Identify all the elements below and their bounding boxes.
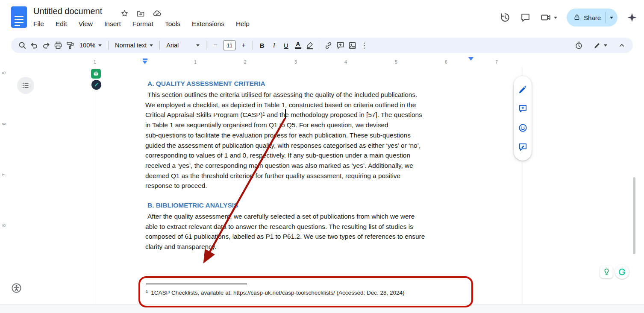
insert-link-button[interactable]	[322, 39, 334, 51]
divider	[159, 41, 160, 50]
document-title[interactable]: Untitled document	[33, 6, 102, 16]
add-comment-icon[interactable]	[516, 102, 529, 114]
share-options-caret[interactable]	[610, 17, 613, 19]
divider	[108, 41, 109, 50]
ruler-number: 7	[495, 59, 498, 64]
paragraph-b: After the quality assessment, we careful…	[145, 211, 425, 252]
underline-button[interactable]: U	[280, 39, 292, 51]
font-value: Arial	[166, 42, 179, 49]
decrease-font-size-button[interactable]: −	[209, 39, 221, 51]
ruler-number: 4	[344, 59, 347, 64]
add-comment-button[interactable]	[334, 39, 346, 51]
logo-line	[15, 22, 24, 23]
chevron-down-icon	[150, 44, 153, 47]
ruler-number: 3	[294, 59, 297, 64]
google-docs-app: Untitled document File Edit View Insert …	[0, 0, 644, 313]
redo-button[interactable]	[40, 39, 52, 51]
print-button[interactable]	[52, 39, 64, 51]
divider	[253, 41, 253, 50]
document-outline-button[interactable]	[17, 77, 34, 94]
casp-post: and the methodology proposed in [57]. Th…	[265, 111, 422, 118]
menu-edit[interactable]: Edit	[55, 19, 68, 29]
video-call-icon	[540, 12, 551, 23]
text-color-button[interactable]: A	[292, 39, 304, 51]
menu-bar: File Edit View Insert Format Tools Exten…	[32, 19, 250, 29]
zoom-value: 100%	[79, 42, 95, 49]
left-indent-marker[interactable]	[142, 59, 147, 64]
video-call-control[interactable]	[540, 12, 557, 23]
insert-image-button[interactable]	[346, 39, 358, 51]
extension-quill-icon[interactable]	[91, 80, 101, 90]
help-me-write-icon[interactable]	[516, 83, 529, 95]
menu-tools[interactable]: Tools	[164, 19, 181, 29]
text-color-swatch	[295, 47, 301, 49]
page-left-edge	[95, 67, 95, 304]
first-line-indent-marker[interactable]	[143, 59, 147, 60]
accessibility-icon[interactable]	[11, 282, 22, 294]
footnote: 11CASP Checklists, available at: https:/…	[146, 290, 405, 296]
emoji-react-icon[interactable]	[516, 122, 529, 134]
page-gap	[0, 304, 644, 313]
star-icon[interactable]	[121, 9, 129, 18]
share-label: Share	[584, 14, 601, 21]
menu-file[interactable]: File	[32, 19, 45, 29]
feedback-icon[interactable]	[516, 141, 529, 153]
collapse-toolbar-button[interactable]	[616, 39, 628, 51]
quick-actions-panel	[514, 76, 532, 161]
chevron-down-icon	[196, 44, 200, 47]
bulb-extension-icon[interactable]	[600, 266, 613, 278]
timer-icon[interactable]	[573, 39, 585, 51]
footnote-text: 1CASP Checklists, available at: https://…	[151, 290, 404, 296]
google-docs-logo[interactable]	[11, 6, 27, 28]
text-line: in Table 1 are sequentially organised fr…	[145, 120, 422, 130]
ruler-number: 6	[445, 59, 447, 64]
font-select[interactable]: Arial	[163, 39, 203, 51]
highlight-color-button[interactable]	[304, 39, 316, 51]
zoom-select[interactable]: 100%	[76, 39, 105, 51]
divider	[206, 41, 206, 50]
increase-font-size-button[interactable]: +	[238, 39, 250, 51]
text-line: This section outlines the criteria utili…	[145, 90, 422, 100]
section-b-heading: B. BIBLIOMETRIC ANALYSIS	[147, 202, 238, 209]
extension-robot-icon[interactable]	[91, 69, 101, 79]
right-indent-marker[interactable]	[468, 61, 473, 68]
gemini-sparkle-icon[interactable]	[627, 12, 637, 23]
paragraph-a: This section outlines the criteria utili…	[145, 90, 422, 191]
editing-mode-select[interactable]	[593, 39, 607, 51]
menu-format[interactable]: Format	[132, 19, 154, 29]
text-line: corresponding to values of 1 and 0, resp…	[145, 150, 422, 161]
logo-line	[15, 16, 24, 17]
vertical-ruler-number: 6	[1, 121, 6, 127]
comments-icon[interactable]	[520, 12, 531, 23]
move-folder-icon[interactable]	[136, 9, 145, 18]
ruler-number: 1	[94, 59, 96, 64]
grammarly-icon[interactable]	[615, 265, 629, 279]
horizontal-ruler[interactable]: 1 1 2 3 4 5 6 7	[0, 57, 644, 67]
paragraph-style-select[interactable]: Normal text	[112, 39, 156, 51]
vertical-scrollbar[interactable]	[633, 177, 635, 254]
search-menus-button[interactable]	[16, 39, 28, 51]
bold-button[interactable]: B	[256, 39, 268, 51]
lock-icon	[573, 14, 580, 21]
menu-extensions[interactable]: Extensions	[191, 19, 225, 29]
more-tools-button[interactable]: ⋮	[358, 39, 370, 51]
divider	[605, 12, 606, 23]
vertical-ruler-number: 5	[1, 70, 6, 76]
version-history-icon[interactable]	[500, 12, 511, 23]
text-line: received a ‘yes’, the corresponding main…	[145, 161, 422, 171]
cloud-status-icon[interactable]	[153, 9, 162, 18]
font-size-input[interactable]: 11	[223, 40, 236, 50]
divider	[319, 41, 319, 50]
footnote-divider	[146, 284, 247, 284]
italic-button[interactable]: I	[268, 39, 280, 51]
menu-help[interactable]: Help	[235, 19, 250, 29]
paint-format-button[interactable]	[64, 39, 76, 51]
footnote-reference[interactable]: 1	[263, 112, 265, 117]
menu-insert[interactable]: Insert	[103, 19, 122, 29]
text-line: After the quality assessment, we careful…	[145, 211, 425, 222]
share-button[interactable]: Share	[567, 9, 618, 26]
text-line: guided the assessment of publication qua…	[145, 140, 422, 151]
undo-button[interactable]	[28, 39, 40, 51]
outline-icon	[21, 81, 30, 90]
menu-view[interactable]: View	[78, 19, 94, 29]
